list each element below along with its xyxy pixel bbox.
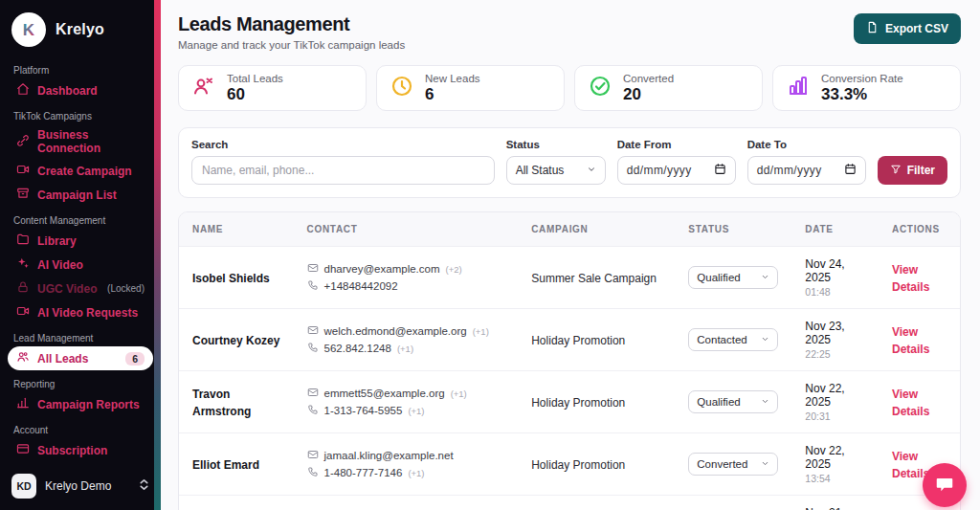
stat-value: 20: [623, 85, 674, 104]
lead-date: Nov 24, 2025: [805, 257, 865, 284]
sidebar-item-create-campaign[interactable]: Create Campaign: [8, 159, 153, 183]
lead-campaign: Holiday Promotion: [531, 396, 625, 410]
search-input[interactable]: [191, 156, 495, 185]
chat-widget-button[interactable]: [923, 463, 967, 507]
status-dropdown[interactable]: Qualified: [688, 266, 778, 289]
sidebar-item-label: Subscription: [37, 444, 107, 457]
clock-icon: [390, 75, 413, 101]
table-row: Travon Armstrong emmett55@example.org(+1…: [179, 371, 960, 433]
lead-phone: 1-313-764-5955: [324, 405, 403, 416]
calendar-icon: [844, 163, 857, 178]
sidebar-item-label: Dashboard: [37, 84, 98, 98]
envelope-icon: [307, 387, 319, 400]
lead-date: Nov 22, 2025: [805, 444, 865, 471]
lead-email: welch.edmond@example.org: [324, 325, 467, 337]
export-csv-button[interactable]: Export CSV: [854, 13, 961, 44]
nav-section-platform: Platform: [13, 65, 147, 76]
lead-email: jamaal.kling@example.net: [324, 450, 454, 461]
lead-campaign: Summer Sale Campaign: [531, 272, 657, 285]
phone-extra-count: (+1): [397, 344, 413, 354]
table-row: Felton Donnelly haley.gusikowski@example…: [179, 496, 960, 510]
sidebar-item-ugc-video[interactable]: UGC Video (Locked): [8, 277, 153, 300]
sidebar-item-label: AI Video: [37, 258, 83, 272]
lead-email-line: jamaal.kling@example.net: [307, 449, 505, 462]
page-subtitle: Manage and track your TikTok campaign le…: [178, 39, 405, 51]
archive-icon: [16, 187, 30, 203]
lead-date: Nov 23, 2025: [805, 320, 865, 346]
leads-icon: [192, 75, 215, 101]
lead-time: 13:54: [805, 473, 865, 484]
calendar-icon: [714, 163, 726, 178]
user-name: Krelyo Demo: [45, 479, 111, 493]
app-window: K Krelyo Platform Dashboard TikTok Campa…: [0, 0, 980, 510]
view-details-link[interactable]: View Details: [892, 325, 929, 356]
column-header-name: NAME: [179, 212, 294, 247]
column-header-contact: CONTACT: [294, 212, 519, 247]
nav-section-lead-management: Lead Management: [13, 333, 147, 344]
sidebar-item-ai-video-requests[interactable]: AI Video Requests: [8, 300, 153, 324]
sidebar-item-campaign-reports[interactable]: Campaign Reports: [8, 392, 153, 416]
column-header-campaign: CAMPAIGN: [518, 212, 675, 247]
lead-phone-line: +14848442092: [307, 279, 505, 293]
date-to-label: Date To: [747, 139, 866, 150]
status-dropdown[interactable]: Converted: [688, 453, 778, 476]
stat-card-new-leads: New Leads 6: [376, 65, 565, 111]
lead-time: 01:48: [805, 286, 865, 298]
sidebar-item-all-leads[interactable]: All Leads 6: [8, 346, 153, 370]
view-details-link[interactable]: View Details: [892, 263, 929, 294]
lead-email-line: emmett55@example.org(+1): [307, 387, 505, 400]
status-select[interactable]: All Status: [506, 156, 606, 185]
date-from-input[interactable]: dd/mm/yyyy: [617, 156, 736, 185]
phone-icon: [307, 279, 319, 293]
filter-button[interactable]: Filter: [878, 156, 947, 185]
lead-date: Nov 22, 2025: [805, 382, 865, 409]
table-row: Isobel Shields dharvey@example.com(+2) +…: [179, 247, 960, 309]
video-camera-icon: [16, 163, 30, 179]
lead-email: dharvey@example.com: [324, 263, 440, 275]
sidebar-item-business-connection[interactable]: Business Connection: [8, 124, 153, 159]
status-dropdown[interactable]: Contacted: [688, 328, 778, 351]
lead-time: 22:25: [805, 348, 865, 360]
sidebar-item-ai-video[interactable]: AI Video: [8, 253, 153, 277]
file-icon: [866, 21, 879, 36]
stat-label: New Leads: [425, 73, 480, 84]
brand: K Krelyo: [0, 0, 161, 55]
phone-icon: [307, 466, 319, 479]
locked-suffix: (Locked): [107, 283, 145, 294]
date-to-input[interactable]: dd/mm/yyyy: [747, 156, 866, 185]
status-select-value: All Status: [516, 164, 565, 177]
sidebar-item-label: Campaign List: [37, 188, 117, 202]
status-label: Status: [506, 139, 606, 150]
leads-table: NAME CONTACT CAMPAIGN STATUS DATE ACTION…: [179, 212, 960, 510]
status-value: Converted: [697, 458, 747, 470]
stat-card-converted: Converted 20: [574, 65, 763, 111]
lead-email-line: dharvey@example.com(+2): [307, 262, 505, 276]
stat-card-total-leads: Total Leads 60: [178, 65, 367, 111]
lead-phone: 562.842.1248: [324, 343, 391, 354]
sidebar-item-label: UGC Video: [37, 282, 97, 296]
sidebar-item-subscription[interactable]: Subscription: [8, 438, 153, 462]
filter-button-label: Filter: [907, 164, 935, 177]
sidebar-user-menu[interactable]: KD Krelyo Demo: [0, 464, 161, 510]
date-from-value: dd/mm/yyyy: [627, 164, 692, 177]
main-content: Leads Management Manage and track your T…: [161, 0, 980, 510]
status-dropdown[interactable]: Qualified: [688, 390, 778, 413]
phone-extra-count: (+1): [408, 468, 424, 478]
lead-name: Travon Armstrong: [192, 388, 251, 418]
lead-phone-line: 1-313-764-5955(+1): [307, 404, 505, 417]
view-details-link[interactable]: View Details: [892, 388, 929, 418]
stat-text: New Leads 6: [425, 73, 480, 104]
envelope-icon: [307, 262, 319, 276]
page-header-text: Leads Management Manage and track your T…: [178, 13, 405, 51]
nav-section-content-management: Content Management: [13, 215, 147, 226]
search-label: Search: [191, 139, 495, 150]
link-icon: [16, 134, 30, 150]
sidebar-item-campaign-list[interactable]: Campaign List: [8, 183, 153, 207]
date-from-label: Date From: [617, 139, 736, 150]
sidebar-item-library[interactable]: Library: [8, 229, 153, 253]
chevron-down-icon: [761, 396, 769, 408]
export-csv-label: Export CSV: [885, 22, 948, 35]
status-value: Qualified: [697, 272, 740, 283]
sidebar-item-dashboard[interactable]: Dashboard: [8, 78, 153, 102]
phone-extra-count: (+1): [408, 406, 424, 416]
